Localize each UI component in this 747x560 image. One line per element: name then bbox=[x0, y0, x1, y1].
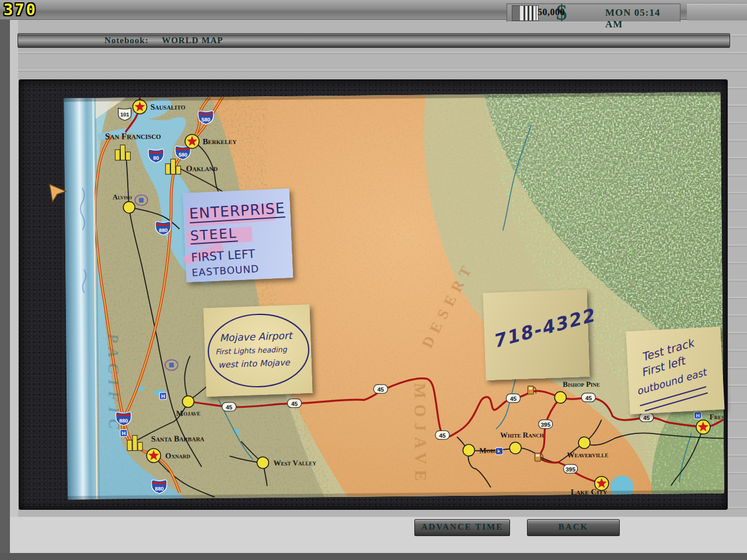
hospital-icon: H bbox=[694, 412, 701, 419]
advance-time-button[interactable]: ADVANCE TIME bbox=[414, 519, 510, 536]
state-route-marker-45: 45 bbox=[287, 399, 301, 408]
world-map: PACIFIC MOJAVE DESERT 101580805808808808… bbox=[19, 80, 727, 509]
page-curl bbox=[64, 98, 96, 499]
town-label-alviso: Alviso bbox=[113, 192, 132, 201]
notebook-page-name: WORLD MAP bbox=[162, 36, 223, 45]
town-label-mobile: Mobile bbox=[479, 446, 503, 454]
svg-text:45: 45 bbox=[226, 404, 233, 411]
svg-text:45: 45 bbox=[643, 415, 650, 421]
town-label-sausalito: Sausalito bbox=[151, 102, 186, 111]
money-amount: 50,000 bbox=[537, 7, 565, 18]
top-status-bar: 370 $ 50,000 MON 05:14 AM bbox=[0, 0, 747, 20]
town-label-mojave: Mojave bbox=[176, 408, 201, 417]
notebook-title-bar: Notebook: WORLD MAP bbox=[18, 33, 730, 48]
svg-text:H: H bbox=[696, 413, 700, 419]
hud-money-time-box: $ 50,000 MON 05:14 AM bbox=[507, 4, 680, 22]
svg-text:45: 45 bbox=[510, 396, 517, 402]
us-route-shield-101: 101 bbox=[118, 108, 131, 120]
town-mobile: Mobile bbox=[463, 444, 503, 456]
svg-text:H: H bbox=[161, 393, 165, 399]
state-route-marker-395: 395 bbox=[564, 464, 578, 473]
note-line: FIRST LEFT bbox=[191, 247, 256, 265]
svg-text:395: 395 bbox=[566, 466, 575, 473]
town-label-weaverville: Weaverville bbox=[567, 450, 608, 460]
svg-text:80: 80 bbox=[153, 155, 159, 161]
svg-text:H: H bbox=[122, 430, 126, 436]
hud-blank-panel bbox=[687, 4, 747, 20]
svg-text:101: 101 bbox=[120, 111, 129, 117]
bottom-dark-rail bbox=[0, 553, 747, 560]
note-line: 718-4322 bbox=[490, 304, 597, 352]
state-route-marker-395: 395 bbox=[539, 419, 553, 428]
sticky-note-test-track: Test track First left outbound east bbox=[626, 327, 724, 414]
svg-text:880: 880 bbox=[159, 228, 167, 233]
town-label-berkeley: Berkeley bbox=[203, 137, 237, 146]
note-line: EASTBOUND bbox=[191, 262, 260, 278]
footer-band bbox=[10, 517, 747, 553]
svg-text:45: 45 bbox=[291, 401, 298, 407]
state-route-marker-45: 45 bbox=[506, 394, 520, 402]
svg-text:880: 880 bbox=[155, 486, 163, 492]
desert-label-mojave: MOJAVE bbox=[411, 383, 430, 487]
svg-text:580: 580 bbox=[179, 152, 187, 158]
town-label-san-francisco: San Francisco bbox=[105, 131, 161, 141]
notebook-title-text: Notebook: WORLD MAP bbox=[104, 36, 223, 46]
lake-city-lake bbox=[610, 475, 634, 499]
hospital-icon: H bbox=[159, 393, 166, 400]
score-logo: 370 bbox=[4, 1, 37, 19]
town-label-fresno: Fresno bbox=[710, 412, 727, 421]
svg-text:45: 45 bbox=[439, 432, 446, 439]
sticky-note-phone-number: 718-4322 bbox=[483, 289, 589, 380]
pointer-cursor-icon bbox=[48, 183, 68, 204]
svg-text:45: 45 bbox=[378, 386, 385, 393]
state-route-marker-45: 45 bbox=[640, 413, 654, 422]
state-route-marker-45: 45 bbox=[435, 430, 449, 439]
sticky-note-enterprise-steel: ENTERPRISE STEEL FIRST LEFT EASTBOUND bbox=[183, 188, 293, 282]
svg-text:580: 580 bbox=[201, 117, 210, 123]
state-route-marker-45: 45 bbox=[581, 393, 595, 402]
svg-text:880: 880 bbox=[119, 418, 128, 424]
town-label-white-ranch: White Ranch bbox=[500, 430, 544, 440]
datetime-display: MON 05:14 AM bbox=[605, 7, 680, 30]
cash-stack-icon bbox=[512, 5, 539, 21]
town-label-oakland: Oakland bbox=[186, 164, 218, 173]
town-label-santa-barbara: Santa Barbara bbox=[151, 434, 205, 443]
left-light-column bbox=[10, 19, 18, 553]
town-label-west-valley: West Valley bbox=[273, 458, 316, 467]
world-map-panel: PACIFIC MOJAVE DESERT 101580805808808808… bbox=[19, 79, 728, 510]
state-route-marker-45: 45 bbox=[374, 384, 388, 393]
map-page: PACIFIC MOJAVE DESERT 101580805808808808… bbox=[64, 86, 727, 505]
town-west-valley: West Valley bbox=[257, 456, 316, 468]
left-dark-rail bbox=[0, 16, 10, 560]
svg-text:395: 395 bbox=[540, 422, 550, 428]
note-line: STEEL bbox=[190, 225, 238, 244]
state-route-marker-45: 45 bbox=[222, 402, 236, 411]
hospital-icon: H bbox=[120, 429, 127, 436]
svg-text:45: 45 bbox=[585, 395, 592, 401]
back-button[interactable]: BACK bbox=[527, 519, 620, 536]
notebook-label: Notebook: bbox=[104, 36, 149, 45]
town-label-oxnard: Oxnard bbox=[165, 451, 190, 460]
sticky-note-mojave-airport: Mojave Airport First Lights heading west… bbox=[203, 304, 312, 397]
town-label-bishop-pine: Bishop Pine bbox=[563, 380, 600, 389]
